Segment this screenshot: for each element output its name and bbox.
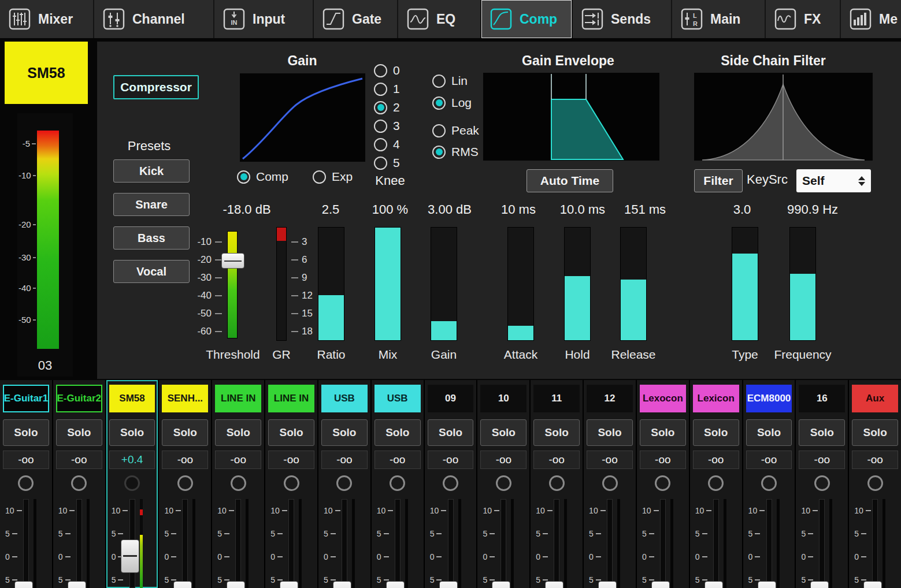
fader-cap[interactable] <box>863 581 882 588</box>
hold-slider[interactable] <box>564 227 591 341</box>
tab-meters[interactable]: Me <box>841 0 901 38</box>
channel-fader[interactable]: 10 5 0 5 <box>3 494 49 588</box>
channel-label[interactable]: E-Guitar2 <box>56 385 102 412</box>
solo-button[interactable]: Solo <box>533 419 580 446</box>
fader-cap[interactable] <box>598 581 617 588</box>
knee-radio[interactable] <box>374 120 387 133</box>
channel-fader[interactable]: 10 5 0 5 <box>268 494 314 588</box>
channel-label[interactable]: SM58 <box>109 385 155 412</box>
env-detector-radio[interactable] <box>432 124 446 137</box>
tab-main[interactable]: L R Main <box>672 0 766 38</box>
auto-time-button[interactable]: Auto Time <box>526 169 613 192</box>
channel-strip[interactable]: USB Solo -oo 10 5 0 5 <box>372 380 424 588</box>
channel-strip[interactable]: E-Guitar2 Solo -oo 10 5 0 5 <box>53 380 105 588</box>
compressor-button[interactable]: Compressor <box>113 75 199 99</box>
solo-button[interactable]: Solo <box>109 419 155 446</box>
fader-cap[interactable] <box>68 581 86 588</box>
solo-button[interactable]: Solo <box>215 419 261 446</box>
solo-button[interactable]: Solo <box>56 419 102 446</box>
preset-button[interactable]: Snare <box>113 193 190 216</box>
solo-button[interactable]: Solo <box>852 419 898 446</box>
channel-strip[interactable]: 11 Solo -oo 10 5 0 5 <box>531 380 583 588</box>
pan-knob[interactable] <box>231 475 246 491</box>
channel-label[interactable]: USB <box>375 385 421 412</box>
preset-button[interactable]: Vocal <box>113 260 190 283</box>
channel-strip[interactable]: 12 Solo -oo 10 5 0 5 <box>584 380 636 588</box>
channel-fader[interactable]: 10 5 0 5 <box>56 494 102 588</box>
pan-knob[interactable] <box>443 475 458 491</box>
channel-strip[interactable]: USB Solo -oo 10 5 0 5 <box>318 380 370 588</box>
channel-label[interactable]: 10 <box>480 385 526 412</box>
channel-fader[interactable]: 10 5 0 5 <box>375 494 421 588</box>
channel-strip[interactable]: E-Guitar1 Solo -oo 10 5 0 5 <box>0 380 52 588</box>
fader-cap[interactable] <box>705 581 723 588</box>
mix-slider[interactable] <box>375 227 401 341</box>
gain-slider[interactable] <box>431 227 457 341</box>
release-slider[interactable] <box>620 227 647 341</box>
pan-knob[interactable] <box>284 475 299 491</box>
channel-fader[interactable]: 10 5 0 5 <box>162 494 208 588</box>
channel-label[interactable]: ECM8000 <box>746 385 792 412</box>
channel-strip[interactable]: 09 Solo -oo 10 5 0 5 <box>425 380 477 588</box>
solo-button[interactable]: Solo <box>321 419 368 446</box>
ratio-slider[interactable] <box>318 227 344 341</box>
preset-button[interactable]: Kick <box>113 159 190 183</box>
solo-button[interactable]: Solo <box>480 419 526 446</box>
fader-cap[interactable] <box>333 581 351 588</box>
pan-knob[interactable] <box>761 475 777 491</box>
env-detector-radio[interactable] <box>432 146 446 159</box>
channel-fader[interactable]: 10 5 0 5 <box>852 494 898 588</box>
fader-cap[interactable] <box>810 581 829 588</box>
channel-label[interactable]: USB <box>321 385 368 412</box>
tab-comp[interactable]: Comp <box>481 0 573 38</box>
threshold-fader-handle[interactable] <box>221 253 244 269</box>
solo-button[interactable]: Solo <box>799 419 845 446</box>
channel-strip[interactable]: SM58 Solo +0.4 10 5 0 5 <box>106 380 158 588</box>
channel-label[interactable]: 12 <box>587 385 633 412</box>
solo-button[interactable]: Solo <box>268 419 314 446</box>
fader-track[interactable] <box>607 499 613 588</box>
solo-button[interactable]: Solo <box>693 419 739 446</box>
mode-radio[interactable] <box>313 170 326 184</box>
pan-knob[interactable] <box>71 475 87 491</box>
channel-strip[interactable]: LINE IN Solo -oo 10 5 0 5 <box>212 380 264 588</box>
fader-track[interactable] <box>660 499 666 588</box>
fader-track[interactable] <box>395 499 401 588</box>
channel-strip[interactable]: 10 Solo -oo 10 5 0 5 <box>477 380 529 588</box>
knee-radio[interactable] <box>374 64 387 77</box>
attack-slider[interactable] <box>507 227 534 341</box>
pan-knob[interactable] <box>18 475 34 491</box>
pan-knob[interactable] <box>867 475 883 491</box>
fader-cap[interactable] <box>173 581 192 588</box>
fader-cap[interactable] <box>492 581 510 588</box>
channel-label[interactable]: Lexicon <box>693 385 739 412</box>
channel-label[interactable]: LINE IN <box>215 385 261 412</box>
fader-cap[interactable] <box>545 581 563 588</box>
channel-fader[interactable]: 10 5 0 5 <box>799 494 845 588</box>
channel-fader[interactable]: 10 5 0 5 <box>109 494 155 588</box>
pan-knob[interactable] <box>496 475 511 491</box>
fader-track[interactable] <box>23 499 29 588</box>
channel-fader[interactable]: 10 5 0 5 <box>321 494 368 588</box>
channel-fader[interactable]: 10 5 0 5 <box>428 494 474 588</box>
fader-cap[interactable] <box>121 539 139 573</box>
fader-track[interactable] <box>500 499 506 588</box>
channel-fader[interactable]: 10 5 0 5 <box>693 494 739 588</box>
solo-button[interactable]: Solo <box>587 419 633 446</box>
channel-fader[interactable]: 10 5 0 5 <box>746 494 792 588</box>
fader-cap[interactable] <box>280 581 298 588</box>
channel-strip[interactable]: ECM8000 Solo -oo 10 5 0 5 <box>743 380 795 588</box>
pan-knob[interactable] <box>549 475 565 491</box>
fader-cap[interactable] <box>758 581 776 588</box>
solo-button[interactable]: Solo <box>3 419 49 446</box>
tab-fx[interactable]: FX <box>766 0 841 38</box>
fader-track[interactable] <box>76 499 82 588</box>
tab-sends[interactable]: Sends <box>573 0 672 38</box>
tab-gate[interactable]: Gate <box>314 0 398 38</box>
fader-cap[interactable] <box>386 581 405 588</box>
channel-fader[interactable]: 10 5 0 5 <box>640 494 686 588</box>
knee-radio[interactable] <box>374 138 387 151</box>
tab-eq[interactable]: EQ <box>398 0 481 38</box>
fader-track[interactable] <box>554 499 559 588</box>
fader-track[interactable] <box>235 499 241 588</box>
